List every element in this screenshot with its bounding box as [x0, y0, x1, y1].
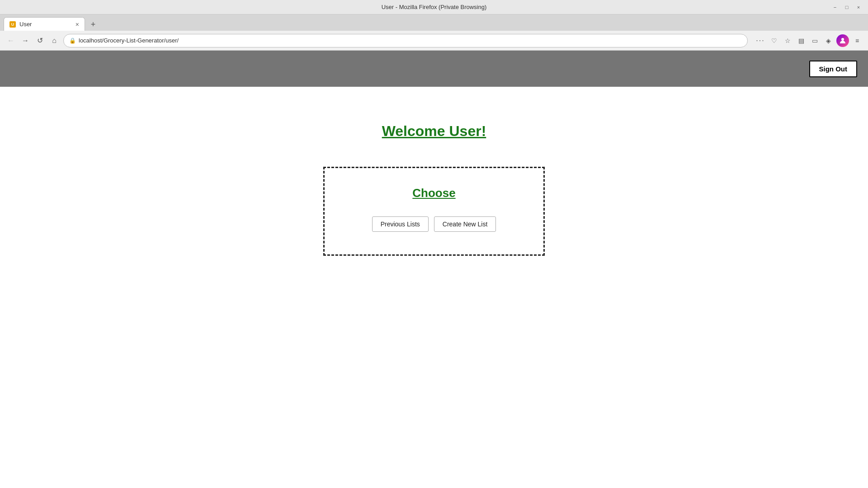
browser-title: User - Mozilla Firefox (Private Browsing… [382, 4, 487, 10]
page-header: Sign Out [0, 51, 868, 87]
choose-heading: Choose [412, 186, 455, 200]
svg-point-0 [841, 38, 844, 41]
star-icon[interactable]: ☆ [782, 35, 793, 46]
tab-label: User [19, 21, 32, 28]
close-button[interactable]: × [854, 3, 863, 11]
previous-lists-button[interactable]: Previous Lists [372, 216, 429, 232]
address-input-wrapper[interactable]: 🔒 localhost/Grocery-List-Generator/user/ [63, 34, 748, 47]
browser-title-bar: User - Mozilla Firefox (Private Browsing… [0, 0, 868, 14]
tab-bar: U User × + [0, 14, 868, 31]
menu-icon[interactable]: ≡ [852, 35, 863, 46]
toolbar-right: ··· ♡ ☆ ▤ ▭ ◈ ≡ [755, 34, 863, 47]
minimize-button[interactable]: − [831, 3, 839, 11]
sign-out-button[interactable]: Sign Out [809, 61, 858, 77]
shield-icon[interactable]: ◈ [823, 35, 834, 46]
tab-favicon: U [9, 21, 16, 28]
home-button[interactable]: ⌂ [49, 35, 60, 46]
maximize-button[interactable]: □ [843, 3, 851, 11]
address-bar: ← → ↺ ⌂ 🔒 localhost/Grocery-List-Generat… [0, 31, 868, 51]
window-controls: − □ × [831, 3, 863, 11]
meatball-menu-icon[interactable]: ··· [755, 35, 766, 46]
tablet-icon[interactable]: ▭ [809, 35, 820, 46]
create-new-list-button[interactable]: Create New List [434, 216, 496, 232]
tab-close-button[interactable]: × [75, 21, 79, 28]
library-icon[interactable]: ▤ [796, 35, 807, 46]
back-button[interactable]: ← [5, 35, 16, 46]
heart-icon[interactable]: ♡ [769, 35, 779, 46]
choose-buttons: Previous Lists Create New List [372, 216, 496, 232]
browser-tab-user[interactable]: U User × [4, 17, 85, 31]
profile-icon[interactable] [836, 34, 849, 47]
forward-button[interactable]: → [20, 35, 31, 46]
address-text: localhost/Grocery-List-Generator/user/ [79, 37, 742, 44]
new-tab-button[interactable]: + [87, 18, 99, 31]
choose-box: Choose Previous Lists Create New List [323, 167, 545, 256]
reload-button[interactable]: ↺ [34, 35, 45, 46]
welcome-heading: Welcome User! [382, 123, 486, 140]
lock-icon: 🔒 [69, 38, 76, 44]
page-body: Welcome User! Choose Previous Lists Crea… [0, 87, 868, 256]
